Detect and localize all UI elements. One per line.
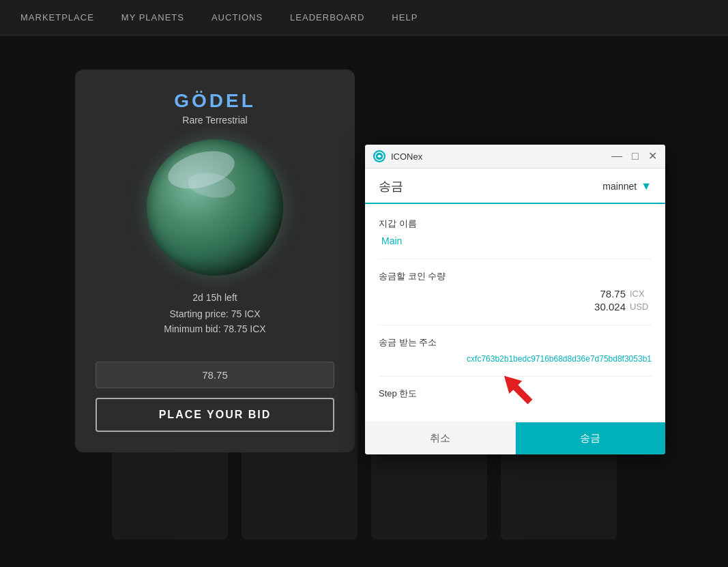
iconex-tab-label[interactable]: 송금: [379, 178, 403, 194]
place-bid-button[interactable]: PLACE YOUR BID: [96, 398, 334, 432]
address-label: 송금 받는 주소: [379, 336, 652, 349]
iconex-title-text: ICONex: [391, 151, 422, 162]
divider-3: [379, 376, 652, 377]
top-navigation: MARKETPLACE MY PLANETS AUCTIONS LEADERBO…: [0, 0, 728, 35]
nav-item-marketplace[interactable]: MARKETPLACE: [20, 12, 94, 23]
amount-icx-value: 78.75: [600, 288, 626, 300]
network-selector[interactable]: mainnet ▼: [602, 180, 652, 192]
nav-item-my-planets[interactable]: MY PLANETS: [121, 12, 184, 23]
iconex-logo-area: ICONex: [373, 150, 422, 162]
nav-item-auctions[interactable]: AUCTIONS: [212, 12, 263, 23]
planet-type: Rare Terrestrial: [182, 115, 247, 126]
starting-price: Starting price: 75 ICX: [96, 308, 334, 319]
minimize-button[interactable]: —: [611, 151, 622, 162]
wallet-label: 지갑 이름: [379, 218, 652, 230]
main-content: GÖDEL Rare Terrestrial 2d 15h left Start…: [0, 35, 728, 567]
planet-image: [147, 139, 283, 276]
amount-usd-value: 30.024: [594, 301, 626, 312]
planet-name: GÖDEL: [174, 90, 256, 112]
close-button[interactable]: ✕: [648, 151, 657, 162]
iconex-titlebar: ICONex — □ ✕: [365, 145, 665, 169]
wallet-value: Main: [379, 235, 652, 246]
iconex-actions: 취소 송금: [365, 422, 665, 454]
planet-stats: 2d 15h left Starting price: 75 ICX Minim…: [96, 292, 334, 348]
network-label: mainnet: [602, 181, 637, 192]
send-button[interactable]: 송금: [516, 422, 666, 454]
divider-2: [379, 325, 652, 325]
iconex-logo-icon: [373, 150, 385, 162]
amount-label: 송금할 코인 수량: [379, 270, 652, 282]
nav-item-leaderboard[interactable]: LEADERBOARD: [290, 12, 364, 23]
divider-1: [379, 259, 652, 259]
step-label: Step 한도: [379, 388, 652, 400]
cancel-button[interactable]: 취소: [365, 422, 516, 454]
amount-row-icx: 78.75 ICX: [379, 288, 652, 300]
address-value: cxfc763b2b1bedc9716b68d8d36e7d75bd8f3053…: [379, 354, 652, 364]
bid-input[interactable]: [96, 362, 334, 388]
amount-row-usd: 30.024 USD: [379, 301, 652, 312]
planet-card: GÖDEL Rare Terrestrial 2d 15h left Start…: [75, 70, 355, 452]
amount-usd-unit: USD: [630, 302, 652, 312]
iconex-window-controls: — □ ✕: [611, 151, 657, 162]
network-dropdown-arrow: ▼: [641, 180, 652, 192]
time-left: 2d 15h left: [96, 292, 334, 303]
amount-icx-unit: ICX: [630, 289, 652, 299]
maximize-button[interactable]: □: [632, 151, 639, 162]
minimum-bid: Minimum bid: 78.75 ICX: [96, 323, 334, 334]
iconex-body: 지갑 이름 Main 송금할 코인 수량 78.75 ICX 30.024 US…: [365, 204, 665, 422]
nav-item-help[interactable]: HELP: [392, 12, 418, 23]
iconex-window: ICONex — □ ✕ 송금 mainnet ▼ 지갑 이름 Main 송금할…: [365, 145, 665, 454]
iconex-header: 송금 mainnet ▼: [365, 169, 665, 204]
